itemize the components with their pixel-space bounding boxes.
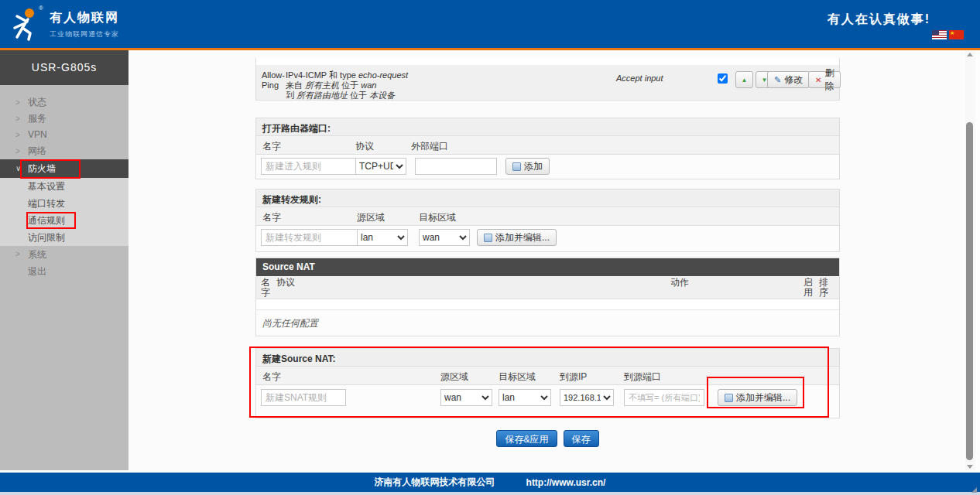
sidebar-item-services[interactable]: > 服务: [0, 111, 128, 127]
move-up-button[interactable]: ▲: [735, 71, 753, 88]
vertical-scrollbar[interactable]: [965, 51, 975, 470]
sidebar-item-label: 状态: [28, 97, 46, 108]
edit-rule-button[interactable]: ✎修改: [767, 71, 810, 88]
rule-action: Accept input: [616, 73, 663, 83]
save-apply-button[interactable]: 保存&应用: [496, 430, 557, 447]
sidebar: USR-G805s > 状态 > 服务 > VPN > 网络 ∨ 防火墙 基本: [0, 50, 128, 470]
new-inbound-rule-input[interactable]: [261, 158, 358, 175]
external-port-input[interactable]: [415, 158, 497, 175]
footer-url[interactable]: http://www.usr.cn/: [526, 477, 606, 488]
edit-label: 修改: [784, 73, 803, 87]
rule-from-zone: wan: [361, 80, 376, 90]
col-proto: 协议: [276, 278, 295, 288]
sidebar-item-label: VPN: [28, 129, 47, 140]
chevron-down-icon: ∨: [15, 159, 21, 178]
device-name: USR-G805s: [0, 50, 128, 85]
chevron-right-icon: >: [15, 246, 20, 263]
sidebar-item-network[interactable]: > 网络: [0, 143, 128, 159]
up-arrow-icon: ▲: [742, 77, 748, 84]
new-snat-title: 新建Source NAT:: [256, 349, 839, 367]
rule-proto-em: echo-request: [358, 70, 408, 80]
sidebar-item-logout[interactable]: 退出: [0, 263, 128, 280]
resize-grip-icon: [971, 487, 977, 493]
sidebar-item-basic-settings[interactable]: 基本设置: [0, 178, 128, 195]
delete-label: 删除: [824, 67, 834, 93]
registered-mark: ®: [39, 5, 43, 12]
col-sort: 排序: [819, 278, 830, 298]
col-src: 源区域: [357, 211, 385, 224]
chevron-right-icon: >: [15, 94, 20, 111]
scroll-down-icon[interactable]: [967, 465, 973, 469]
rule-enabled-checkbox[interactable]: [718, 73, 728, 84]
rule-from-mid: 位于: [339, 80, 361, 90]
open-ports-title: 打开路由器端口:: [256, 118, 839, 136]
no-config-text: 尚无任何配置: [262, 317, 318, 330]
save-button[interactable]: 保存: [564, 430, 599, 447]
col-port: 外部端口: [411, 140, 448, 153]
cn-flag-icon[interactable]: ★: [949, 30, 964, 39]
sidebar-item-firewall[interactable]: ∨ 防火墙: [0, 159, 128, 178]
col-ip: 到源IP: [560, 370, 587, 384]
chevron-right-icon: >: [15, 127, 20, 143]
sidebar-item-port-forward[interactable]: 端口转发: [0, 195, 128, 212]
col-dst: 目标区域: [499, 370, 536, 384]
snat-dst-zone-select[interactable]: lan: [499, 389, 551, 406]
sidebar-item-label: 系统: [28, 249, 46, 260]
new-forward-rule-input[interactable]: [261, 229, 358, 246]
rule-from-text: 来自: [286, 80, 305, 90]
rule-description: IPv4-ICMP 和 type echo-request 来自 所有主机 位于…: [286, 70, 408, 101]
forward-dst-zone-select[interactable]: wan: [419, 229, 470, 246]
col-action: 动作: [670, 278, 689, 288]
snat-source-port-input[interactable]: [624, 389, 704, 406]
brand-name: 有人物联网: [50, 10, 119, 26]
chevron-right-icon: >: [15, 143, 20, 159]
delete-icon: ✕: [815, 76, 821, 84]
delete-rule-button[interactable]: ✕删除: [808, 71, 841, 88]
col-name: 名字: [261, 278, 272, 298]
page: ® 有人物联网 工业物联网通信专家 有人在认真做事! ★ USR-G805s >…: [0, 0, 980, 495]
snat-src-zone-select[interactable]: wan: [440, 389, 492, 406]
forward-src-zone-select[interactable]: lan: [357, 229, 408, 246]
sidebar-item-system[interactable]: > 系统: [0, 246, 128, 263]
add-port-button[interactable]: 添加: [505, 158, 550, 175]
scrollbar-thumb[interactable]: [966, 122, 973, 460]
col-proto: 协议: [355, 140, 374, 153]
snat-source-ip-select[interactable]: 192.168.1.1: [560, 389, 614, 406]
col-name: 名字: [262, 370, 281, 384]
add-page-icon: [484, 234, 492, 242]
sidebar-item-access-restrict[interactable]: 访问限制: [0, 229, 128, 246]
us-flag-icon[interactable]: [932, 30, 947, 39]
save-button-row: 保存&应用 保存: [255, 430, 840, 447]
header-slogan: 有人在认真做事!: [828, 12, 930, 28]
sidebar-item-traffic-rules[interactable]: 通信规则: [0, 212, 128, 229]
rule-proto-text: IPv4-ICMP 和 type: [286, 70, 358, 80]
add-edit-label: 添加并编辑...: [736, 391, 790, 405]
add-edit-forward-button[interactable]: 添加并编辑...: [477, 229, 557, 246]
footer-bottom-strip: [0, 492, 980, 495]
sidebar-item-label: 服务: [28, 113, 46, 124]
sidebar-item-label: 退出: [28, 266, 46, 277]
source-nat-title: Source NAT: [256, 258, 839, 276]
scroll-up-icon[interactable]: [967, 53, 973, 56]
sidebar-item-label: 访问限制: [28, 232, 65, 243]
col-name: 名字: [262, 140, 281, 153]
sidebar-item-vpn[interactable]: > VPN: [0, 127, 128, 143]
add-edit-label: 添加并编辑...: [495, 231, 550, 244]
protocol-select[interactable]: TCP+UDP: [355, 158, 406, 175]
sidebar-item-status[interactable]: > 状态: [0, 94, 128, 111]
add-page-icon: [725, 394, 733, 402]
col-dst: 目标区域: [419, 211, 456, 224]
new-snat-section: 新建Source NAT: 名字 源区域 目标区域 到源IP 到源端口 wan …: [255, 348, 840, 418]
rule-to-addr: 所有路由地址: [296, 90, 348, 100]
forward-rule-section: 新建转发规则: 名字 源区域 目标区域 lan wan 添加并编辑...: [255, 189, 840, 252]
source-nat-section: Source NAT 名字 协议 动作 启用 排序 尚无任何配置: [255, 258, 840, 336]
footer: 济南有人物联网技术有限公司 http://www.usr.cn/: [0, 473, 980, 492]
add-edit-snat-button[interactable]: 添加并编辑...: [718, 389, 797, 406]
col-port: 到源端口: [624, 370, 661, 384]
brand-subtitle: 工业物联网通信专家: [50, 29, 119, 39]
no-config-row: 尚无任何配置: [256, 310, 839, 336]
col-enable: 启用: [804, 278, 814, 298]
new-snat-rule-input[interactable]: [261, 389, 346, 406]
add-label: 添加: [524, 160, 543, 173]
sidebar-item-label: 通信规则: [28, 215, 65, 226]
